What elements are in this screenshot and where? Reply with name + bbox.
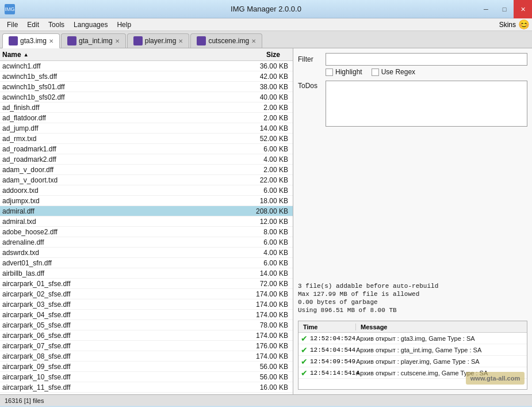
log-col-message: Message (356, 324, 527, 330)
table-row[interactable]: aircarpark_04_sfse.dff174.00 KB (0, 310, 293, 320)
file-size: 38.00 KB (244, 83, 290, 91)
table-row[interactable]: ad_flatdoor.dff2.00 KB (0, 113, 293, 123)
close-button[interactable]: ✕ (514, 0, 532, 18)
log-col-time: Time (298, 324, 356, 330)
menu-help[interactable]: Help (112, 20, 136, 30)
file-size: 8.00 KB (244, 228, 290, 236)
table-row[interactable]: addoorx.txd6.00 KB (0, 185, 293, 196)
file-name: adam_v_doort.txd (2, 176, 244, 184)
info-line-3: 0.00 bytes of garbage (298, 299, 527, 306)
maximize-button[interactable]: □ (495, 0, 514, 18)
watermark-text: www.gta-all.com (470, 375, 520, 382)
table-row[interactable]: acwinch1.dff36.00 KB (0, 61, 293, 71)
menu-edit[interactable]: Edit (22, 20, 44, 30)
table-row[interactable]: admiral.dff208.00 KB (0, 206, 293, 216)
table-row[interactable]: ad_rmx.txd52.00 KB (0, 134, 293, 144)
table-row[interactable]: ad_roadmark2.dff4.00 KB (0, 154, 293, 165)
file-size: 174.00 KB (244, 301, 290, 309)
skins-label[interactable]: Skins (499, 21, 516, 29)
file-name: ad_flatdoor.dff (2, 114, 244, 122)
table-row[interactable]: aircarpark_11_sfse.dff16.00 KB (0, 382, 293, 393)
table-row[interactable]: adjumpx.txd18.00 KB (0, 196, 293, 206)
tab-gta3-img[interactable]: gta3.img ✕ (2, 33, 60, 48)
file-name: aircarpark_04_sfse.dff (2, 311, 244, 319)
tab-close-0[interactable]: ✕ (49, 38, 53, 44)
file-size: 4.00 KB (244, 249, 290, 257)
table-row[interactable]: aircarpark_07_sfse.dff176.00 KB (0, 341, 293, 351)
table-row[interactable]: aircarpkbarier_sfse.dff28.00 KB (0, 393, 293, 394)
log-entry-time: 12:54:04:544 (310, 347, 356, 353)
tab-close-3[interactable]: ✕ (251, 38, 256, 44)
table-row[interactable]: aircarpark_09_sfse.dff56.00 KB (0, 362, 293, 372)
list-item: ✔12:54:04:544Архив открыт : gta_int.img,… (298, 344, 527, 356)
table-row[interactable]: aircarpark_02_sfse.dff174.00 KB (0, 289, 293, 299)
table-row[interactable]: admiral.txd12.00 KB (0, 216, 293, 227)
file-name: adam_v_door.dff (2, 166, 244, 174)
table-row[interactable]: acwinch1b_sfs02.dff40.00 KB (0, 92, 293, 102)
table-row[interactable]: aircarpark_08_sfse.dff174.00 KB (0, 351, 293, 362)
file-size: 56.00 KB (244, 363, 290, 371)
file-list-header: Name ▲ Size (0, 48, 293, 61)
tab-close-1[interactable]: ✕ (115, 38, 120, 44)
file-list[interactable]: acwinch1.dff36.00 KBacwinch1b_sfs.dff42.… (0, 61, 293, 394)
table-row[interactable]: aircarpark_03_sfse.dff174.00 KB (0, 299, 293, 310)
tab-gta-int-img[interactable]: gta_int.img ✕ (61, 33, 126, 48)
menu-languages[interactable]: Languages (69, 20, 112, 30)
table-row[interactable]: adobe_hoose2.dff8.00 KB (0, 227, 293, 237)
use-regex-checkbox-item[interactable]: Use Regex (372, 68, 415, 76)
minimize-button[interactable]: ─ (477, 0, 495, 18)
file-size: 4.00 KB (244, 155, 290, 163)
log-header: Time Message (298, 321, 527, 333)
checkbox-row: Highlight Use Regex (298, 68, 527, 76)
highlight-checkbox-item[interactable]: Highlight (326, 68, 362, 76)
log-check-icon: ✔ (298, 334, 310, 343)
table-row[interactable]: acwinch1b_sfs.dff42.00 KB (0, 71, 293, 82)
file-name: acwinch1b_sfs.dff (2, 73, 244, 81)
right-panel: Filter Highlight Use Regex ToDos 3 file(… (293, 48, 532, 394)
table-row[interactable]: adam_v_doort.txd22.00 KB (0, 175, 293, 185)
tabs-bar: gta3.img ✕ gta_int.img ✕ player.img ✕ cu… (0, 31, 532, 48)
window-controls: ─ □ ✕ (477, 0, 532, 18)
main-area: Name ▲ Size acwinch1.dff36.00 KBacwinch1… (0, 48, 532, 394)
table-row[interactable]: aircarpark_10_sfse.dff56.00 KB (0, 372, 293, 382)
table-row[interactable]: airbillb_las.dff14.00 KB (0, 268, 293, 279)
log-entry-time: 12:54:09:549 (310, 358, 356, 365)
todos-textarea[interactable] (326, 81, 527, 127)
log-entry-time: 12:54:14:5414 (310, 370, 356, 376)
tab-close-2[interactable]: ✕ (178, 38, 183, 44)
file-size: 56.00 KB (244, 373, 290, 381)
col-name-header[interactable]: Name ▲ (2, 51, 244, 59)
watermark: www.gta-all.com (461, 361, 530, 395)
table-row[interactable]: acwinch1b_sfs01.dff38.00 KB (0, 82, 293, 92)
file-name: advert01_sfn.dff (2, 259, 244, 267)
file-name: admiral.dff (2, 207, 244, 215)
table-row[interactable]: aircarpark_05_sfse.dff78.00 KB (0, 320, 293, 330)
file-name: ad_jump.dff (2, 124, 244, 132)
highlight-checkbox[interactable] (326, 69, 333, 76)
menu-tools[interactable]: Tools (44, 20, 69, 30)
file-size: 174.00 KB (244, 290, 290, 298)
table-row[interactable]: adswrdx.txd4.00 KB (0, 248, 293, 258)
skins-area: Skins 😊 (499, 19, 530, 30)
filter-input[interactable] (326, 53, 527, 66)
use-regex-checkbox[interactable] (372, 69, 379, 76)
table-row[interactable]: adam_v_door.dff2.00 KB (0, 165, 293, 175)
tab-label-3: cutscene.img (208, 37, 249, 45)
use-regex-label: Use Regex (381, 68, 415, 76)
table-row[interactable]: ad_roadmark1.dff6.00 KB (0, 144, 293, 154)
file-name: acwinch1b_sfs01.dff (2, 83, 244, 91)
log-entry-time: 12:52:04:524 (310, 335, 356, 342)
tab-icon-1 (67, 36, 76, 45)
table-row[interactable]: ad_jump.dff14.00 KB (0, 123, 293, 134)
table-row[interactable]: advert01_sfn.dff6.00 KB (0, 258, 293, 268)
table-row[interactable]: aircarpark_06_sfse.dff174.00 KB (0, 330, 293, 341)
table-row[interactable]: aircarpark_01_sfse.dff72.00 KB (0, 279, 293, 289)
table-row[interactable]: adrenaline.dff6.00 KB (0, 237, 293, 248)
info-line-1: 3 file(s) addable before auto-rebuild (298, 283, 527, 290)
tab-icon-3 (197, 36, 206, 45)
menu-file[interactable]: File (2, 20, 22, 30)
tab-player-img[interactable]: player.img ✕ (127, 33, 190, 48)
table-row[interactable]: ad_finish.dff2.00 KB (0, 102, 293, 113)
tab-cutscene-img[interactable]: cutscene.img ✕ (190, 33, 262, 48)
col-size-header[interactable]: Size (244, 51, 290, 59)
